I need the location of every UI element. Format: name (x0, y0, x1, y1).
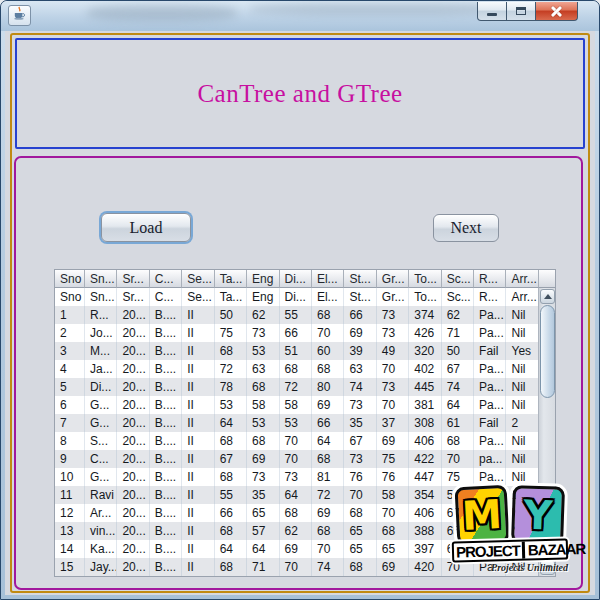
table-cell[interactable]: 406 (409, 432, 441, 450)
table-cell[interactable]: 68 (312, 450, 344, 468)
table-cell[interactable]: 68 (442, 432, 474, 450)
table-cell[interactable]: 70 (344, 486, 376, 504)
table-cell[interactable]: 62 (280, 522, 312, 540)
table-cell[interactable]: 76 (377, 468, 409, 486)
scrollbar-thumb[interactable] (540, 305, 555, 398)
table-cell[interactable]: 53 (280, 414, 312, 432)
table-cell[interactable]: 68 (215, 342, 247, 360)
table-cell[interactable]: 70 (377, 360, 409, 378)
table-cell[interactable]: 75 (215, 324, 247, 342)
table-cell[interactable]: 69 (280, 540, 312, 558)
column-header[interactable]: Gr... (377, 270, 409, 288)
table-cell[interactable]: 73 (377, 378, 409, 396)
table-cell[interactable]: 20... (117, 558, 149, 576)
table-cell[interactable]: Sn... (85, 288, 117, 306)
table-row[interactable]: 8S...20...B....II68687064676940668Pa...N… (55, 432, 538, 450)
table-cell[interactable]: 75 (377, 450, 409, 468)
table-cell[interactable]: Jay... (85, 558, 117, 576)
table-cell[interactable]: 8 (55, 432, 85, 450)
table-cell[interactable]: 445 (409, 378, 441, 396)
table-cell[interactable]: 422 (409, 450, 441, 468)
table-cell[interactable]: II (182, 504, 214, 522)
table-cell[interactable]: 73 (377, 306, 409, 324)
table-cell[interactable]: 73 (344, 450, 376, 468)
table-cell[interactable]: B.... (150, 522, 182, 540)
table-cell[interactable]: Nil (506, 504, 538, 522)
table-cell[interactable]: 62 (442, 306, 474, 324)
table-row[interactable]: 11Ravi20...B....II55356472705835459Pa...… (55, 486, 538, 504)
table-cell[interactable]: Arr... (506, 288, 538, 306)
table-cell[interactable]: C... (85, 450, 117, 468)
table-cell[interactable]: 57 (247, 522, 279, 540)
table-row[interactable]: 9C...20...B....II67697068737542270pa...N… (55, 450, 538, 468)
table-cell[interactable]: Pa... (474, 378, 506, 396)
table-cell[interactable]: 53 (215, 396, 247, 414)
table-cell[interactable]: 68 (344, 504, 376, 522)
table-row[interactable]: 7G...20...B....II64535366353730861Fail2 (55, 414, 538, 432)
minimize-button[interactable] (477, 2, 507, 21)
table-cell[interactable]: 64 (280, 486, 312, 504)
table-cell[interactable]: 374 (409, 306, 441, 324)
table-cell[interactable]: Eng (247, 288, 279, 306)
table-cell[interactable]: 20... (117, 450, 149, 468)
table-cell[interactable]: 69 (377, 432, 409, 450)
table-cell[interactable]: 37 (377, 414, 409, 432)
table-cell[interactable]: Pa... (474, 468, 506, 486)
table-cell[interactable]: 66 (344, 306, 376, 324)
table-cell[interactable]: Ravi (85, 486, 117, 504)
table-cell[interactable]: 70 (442, 558, 474, 576)
table-cell[interactable]: Pa... (474, 432, 506, 450)
table-cell[interactable]: 70 (280, 450, 312, 468)
table-cell[interactable]: II (182, 432, 214, 450)
table-cell[interactable]: II (182, 450, 214, 468)
table-cell[interactable]: 74 (312, 558, 344, 576)
table-cell[interactable]: Pa... (474, 360, 506, 378)
window-titlebar[interactable] (1, 1, 599, 31)
table-cell[interactable]: Pa... (474, 486, 506, 504)
table-cell[interactable]: B.... (150, 360, 182, 378)
column-header[interactable]: Sno (55, 270, 85, 288)
table-row[interactable]: 15Jay...20...B....II68717074686942070Pa.… (55, 558, 538, 576)
table-cell[interactable]: G... (85, 396, 117, 414)
table-cell[interactable]: 20... (117, 486, 149, 504)
table-cell[interactable]: 35 (247, 486, 279, 504)
table-cell[interactable]: 64 (215, 540, 247, 558)
table-cell[interactable]: 5 (55, 378, 85, 396)
table-cell[interactable]: 2 (55, 324, 85, 342)
table-cell[interactable]: Nil (506, 468, 538, 486)
next-button[interactable]: Next (433, 214, 499, 242)
table-cell[interactable]: B.... (150, 504, 182, 522)
table-cell[interactable]: 68 (377, 522, 409, 540)
table-cell[interactable]: 55 (280, 306, 312, 324)
table-cell[interactable]: 320 (409, 342, 441, 360)
table-cell[interactable]: 78 (215, 378, 247, 396)
table-cell[interactable]: 72 (280, 378, 312, 396)
table-cell[interactable]: 20... (117, 414, 149, 432)
table-cell[interactable]: 71 (442, 324, 474, 342)
scroll-up-button[interactable] (540, 289, 555, 304)
table-cell[interactable]: 68 (344, 558, 376, 576)
table-cell[interactable]: II (182, 378, 214, 396)
table-cell[interactable]: 2 (506, 414, 538, 432)
table-cell[interactable]: M... (85, 342, 117, 360)
table-cell[interactable]: B.... (150, 378, 182, 396)
table-cell[interactable]: 66 (280, 324, 312, 342)
column-header[interactable]: Di... (280, 270, 312, 288)
table-cell[interactable]: 39 (344, 342, 376, 360)
table-cell[interactable]: 4 (55, 360, 85, 378)
table-cell[interactable]: Pa... (474, 540, 506, 558)
table-cell[interactable]: B.... (150, 396, 182, 414)
table-cell[interactable]: 68 (247, 432, 279, 450)
table-cell[interactable]: To... (409, 288, 441, 306)
table-cell[interactable]: 59 (442, 486, 474, 504)
table-cell[interactable]: C... (150, 288, 182, 306)
table-cell[interactable]: 20... (117, 504, 149, 522)
table-cell[interactable]: B.... (150, 468, 182, 486)
table-cell[interactable]: 66 (215, 504, 247, 522)
table-cell[interactable]: 70 (280, 432, 312, 450)
load-button[interactable]: Load (101, 213, 191, 242)
table-cell[interactable]: 15 (55, 558, 85, 576)
table-cell[interactable]: Nil (506, 378, 538, 396)
column-header[interactable]: Ta... (215, 270, 247, 288)
column-header[interactable]: R... (474, 270, 506, 288)
